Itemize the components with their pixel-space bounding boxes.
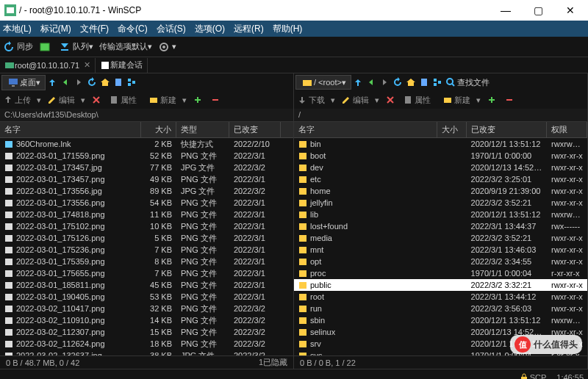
maximize-button[interactable]: ▢ [522, 0, 554, 21]
file-row[interactable]: 2022-03-01_173457.jpg77 KBJPG 文件2022/3/2 [0, 162, 293, 173]
nav-fwd-icon[interactable] [379, 77, 390, 87]
file-row[interactable]: 2022-03-01_190405.png53 KBPNG 文件2022/3/1 [0, 291, 293, 303]
folder-row[interactable]: media2022/3/2 3:52:21rwxr-xr-x [294, 232, 587, 244]
folder-row[interactable]: opt2022/3/2 3:34:55rwxr-xr-x [294, 256, 587, 267]
folder-row[interactable]: root2022/3/1 13:44:12rwxr-xr-x [294, 291, 587, 303]
nav-back-icon[interactable] [60, 77, 71, 87]
file-icon [4, 339, 13, 348]
folder-row[interactable]: run2022/3/2 3:56:03rwxr-xr-x [294, 303, 587, 314]
select-minus-button[interactable] [210, 95, 222, 105]
new-button[interactable]: 新建 ▾ [442, 95, 481, 106]
upload-button[interactable]: 上传 ▾ [3, 95, 41, 106]
queue-button[interactable]: 队列 ▾ [59, 41, 93, 53]
tree-icon[interactable] [432, 77, 442, 87]
col-size[interactable]: 大小 [141, 122, 176, 137]
col-type[interactable]: 类型 [176, 122, 229, 137]
file-row[interactable]: 2022-03-01_171559.png52 KBPNG 文件2022/3/1 [0, 150, 293, 162]
col-date[interactable]: 已改变 [229, 122, 281, 137]
local-breadcrumb[interactable]: C:\Users\dwf135\Desktop\ [0, 109, 293, 122]
folder-row[interactable]: mnt2022/3/1 13:46:03rwxr-xr-x [294, 244, 587, 256]
home-icon[interactable] [100, 77, 110, 87]
edit-button[interactable]: 编辑 ▾ [47, 95, 85, 106]
menu-item[interactable]: 远程(R) [234, 23, 264, 35]
nav-up-icon[interactable] [353, 77, 363, 87]
folder-row[interactable]: etc2022/3/2 3:25:01rwxr-xr-x [294, 173, 587, 185]
file-row[interactable]: 2022-03-01_173556.png54 KBPNG 文件2022/3/1 [0, 197, 293, 209]
select-minus-button[interactable] [504, 95, 516, 105]
select-plus-button[interactable] [193, 95, 204, 105]
col-name[interactable]: 名字 [294, 122, 437, 137]
new-session-tab[interactable]: 新建会话 [96, 58, 148, 73]
folder-row[interactable]: jellyfin2022/3/2 3:52:21rwxr-xr-x [294, 197, 587, 209]
nav-fwd-icon[interactable] [74, 77, 84, 87]
bookmark-icon[interactable] [113, 77, 123, 87]
folder-row[interactable]: public2022/3/2 3:32:21rwxr-xr-x [294, 279, 587, 291]
close-button[interactable]: ✕ [554, 0, 587, 21]
download-button[interactable]: 下载 ▾ [297, 95, 335, 106]
file-row[interactable]: 2022-03-02_110910.png14 KBPNG 文件2022/3/2 [0, 314, 293, 326]
close-tab-icon[interactable]: ✕ [84, 60, 90, 70]
menu-item[interactable]: 会话(S) [157, 23, 186, 35]
file-row[interactable]: 2022-03-01_175102.png10 KBPNG 文件2022/3/1 [0, 220, 293, 232]
nav-back-icon[interactable] [366, 77, 376, 87]
refresh-icon[interactable] [87, 77, 97, 87]
file-row[interactable]: 2022-03-01_173457.png49 KBPNG 文件2022/3/1 [0, 173, 293, 185]
menu-item[interactable]: 选项(O) [195, 23, 225, 35]
file-row[interactable]: 2022-03-02_110417.png32 KBPNG 文件2022/3/2 [0, 303, 293, 314]
file-row[interactable]: 2022-03-01_173556.jpg89 KBJPG 文件2022/3/2 [0, 185, 293, 197]
col-size[interactable]: 大小 [437, 122, 466, 137]
folder-row[interactable]: boot1970/1/1 0:00:00rwxr-xr-x [294, 150, 587, 162]
svg-rect-46 [444, 98, 451, 103]
menu-item[interactable]: 本地(L) [3, 23, 32, 35]
new-button[interactable]: 新建 ▾ [148, 95, 187, 106]
file-row[interactable]: 2022-03-01_175359.png8 KBPNG 文件2022/3/1 [0, 256, 293, 267]
folder-row[interactable]: proc1970/1/1 0:00:04r-xr-xr-x [294, 267, 587, 279]
file-row[interactable]: 2022-03-02_112307.png15 KBPNG 文件2022/3/2 [0, 326, 293, 338]
session-tab[interactable]: root@10.10.10.71✕ [0, 58, 96, 73]
file-row[interactable]: 2022-03-01_174818.png11 KBPNG 文件2022/3/1 [0, 209, 293, 220]
local-path-selector[interactable]: 桌面 ▾ [1, 75, 46, 90]
file-row[interactable]: 2022-03-01_175126.png5 KBPNG 文件2022/3/1 [0, 232, 293, 244]
browse-button[interactable] [39, 41, 53, 53]
menu-item[interactable]: 帮助(H) [273, 23, 303, 35]
file-row[interactable]: 2022-03-02_132637.jpg38 KBJPG 文件2022/3/2 [0, 350, 293, 355]
props-button[interactable]: 属性 [109, 95, 143, 106]
file-row[interactable]: 2022-03-01_175655.png7 KBPNG 文件2022/3/1 [0, 267, 293, 279]
menu-item[interactable]: 文件(F) [80, 23, 109, 35]
transfer-options[interactable]: 传输选项 默认 ▾ [99, 41, 152, 52]
remote-breadcrumb[interactable]: / [294, 109, 587, 122]
props-button[interactable]: 属性 [403, 95, 437, 106]
bookmark-icon[interactable] [419, 77, 429, 87]
col-name[interactable]: 名字 [0, 122, 141, 137]
file-icon [4, 163, 13, 172]
file-row[interactable]: 2022-03-01_185811.png45 KBPNG 文件2022/3/1 [0, 279, 293, 291]
sync-button[interactable]: 同步 [3, 41, 33, 53]
col-perm[interactable]: 权限 [547, 122, 587, 137]
folder-row[interactable]: lost+found2022/3/1 13:44:37rwx------ [294, 220, 587, 232]
nav-up-icon[interactable] [47, 77, 57, 87]
file-row[interactable]: 2022-03-01_175236.png7 KBPNG 文件2022/3/1 [0, 244, 293, 256]
home-icon[interactable] [406, 77, 416, 87]
minimize-button[interactable]: — [490, 0, 522, 21]
find-files[interactable]: 查找文件 [457, 77, 490, 88]
folder-icon [298, 222, 307, 231]
folder-row[interactable]: sbin2020/12/1 13:51:12rwxrwxrw [294, 314, 587, 326]
delete-button[interactable] [385, 95, 397, 105]
tree-icon[interactable] [126, 77, 137, 87]
find-icon[interactable] [445, 77, 456, 87]
col-date[interactable]: 已改变 [467, 122, 548, 137]
folder-row[interactable]: bin2020/12/1 13:51:12rwxrwxrw [294, 138, 587, 150]
refresh-icon[interactable] [392, 77, 403, 87]
folder-row[interactable]: home2020/9/19 21:39:00rwxr-xr-x [294, 185, 587, 197]
menu-item[interactable]: 命令(C) [118, 23, 148, 35]
settings-button[interactable]: ▾ [158, 41, 176, 53]
folder-row[interactable]: dev2020/12/13 14:52:15rwxr-xr-x [294, 162, 587, 173]
menu-item[interactable]: 标记(M) [40, 23, 71, 35]
select-plus-button[interactable] [487, 95, 498, 105]
remote-path-selector[interactable]: / <root> ▾ [295, 75, 351, 90]
file-row[interactable]: 360Chrome.lnk2 KB快捷方式2022/2/10 [0, 138, 293, 150]
delete-button[interactable] [91, 95, 103, 105]
edit-button[interactable]: 编辑 ▾ [341, 95, 379, 106]
file-row[interactable]: 2022-03-02_112624.png18 KBPNG 文件2022/3/2 [0, 338, 293, 350]
folder-row[interactable]: lib2020/12/1 13:51:12rwxrwxrw [294, 209, 587, 220]
